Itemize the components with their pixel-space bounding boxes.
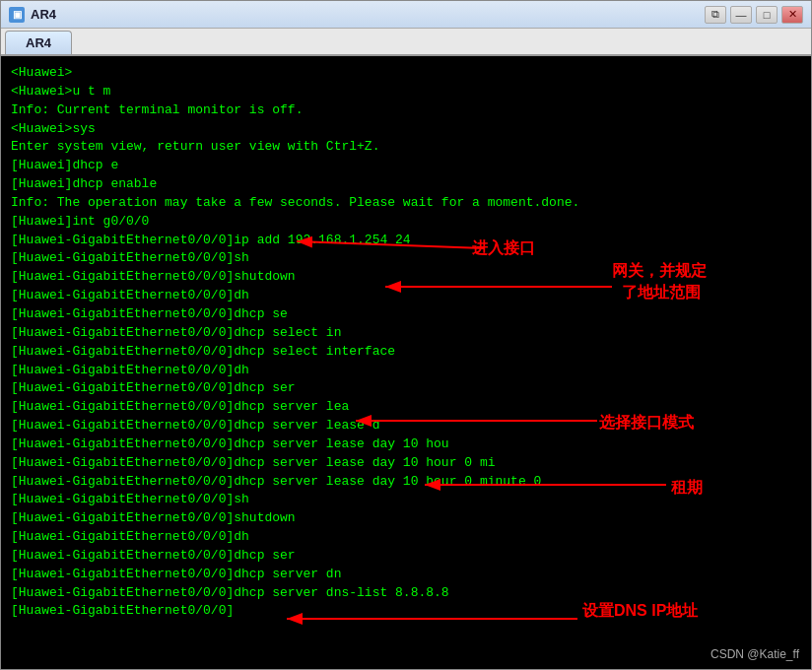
watermark: CSDN @Katie_ff [710,647,799,661]
window-controls: ⧉ — □ ✕ [705,6,803,24]
tab-bar: AR4 [1,29,811,56]
tab-ar4[interactable]: AR4 [5,31,72,54]
maximize-button[interactable]: □ [756,6,778,24]
terminal-area[interactable]: <Huawei><Huawei>u t mInfo: Current termi… [1,56,811,669]
app-icon: ▣ [9,7,25,23]
close-button[interactable]: ✕ [781,6,803,24]
restore-button[interactable]: ⧉ [705,6,726,24]
minimize-button[interactable]: — [730,6,752,24]
terminal-output: <Huawei><Huawei>u t mInfo: Current termi… [1,56,811,629]
window-title: AR4 [31,7,705,22]
main-window: ▣ AR4 ⧉ — □ ✕ AR4 <Huawei><Huawei>u t mI… [0,0,812,670]
title-bar: ▣ AR4 ⧉ — □ ✕ [1,1,811,29]
